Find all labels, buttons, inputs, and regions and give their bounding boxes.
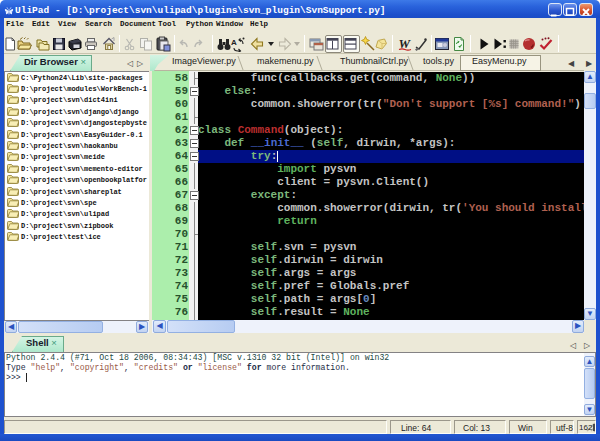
svg-text:A: A xyxy=(231,38,237,47)
